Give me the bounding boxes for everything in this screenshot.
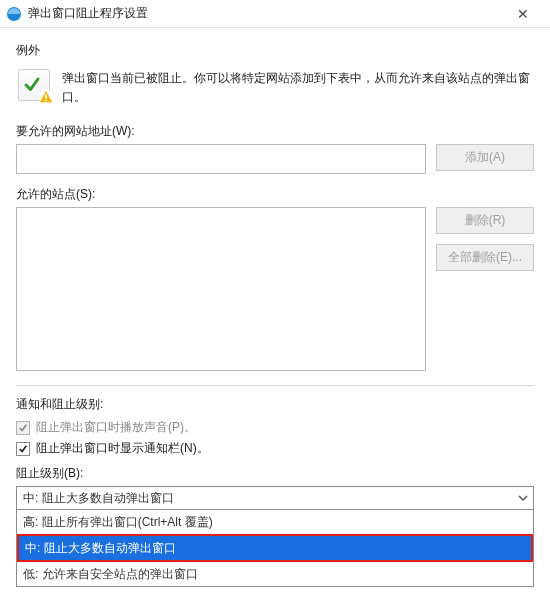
exceptions-icon [18, 69, 50, 101]
address-label: 要允许的网站地址(W): [16, 123, 534, 140]
blocking-level-selected: 中: 阻止大多数自动弹出窗口 [23, 490, 174, 507]
divider [16, 385, 534, 386]
svg-rect-2 [45, 100, 47, 102]
notifications-heading: 通知和阻止级别: [16, 396, 534, 413]
allowed-sites-list[interactable] [16, 207, 426, 371]
option-medium[interactable]: 中: 阻止大多数自动弹出窗口 [19, 536, 531, 560]
exceptions-box: 弹出窗口当前已被阻止。你可以将特定网站添加到下表中，从而允许来自该站点的弹出窗口… [16, 65, 534, 117]
chevron-down-icon [517, 492, 529, 504]
option-high[interactable]: 高: 阻止所有弹出窗口(Ctrl+Alt 覆盖) [17, 510, 533, 534]
dialog-content: 例外 弹出窗口当前已被阻止。你可以将特定网站添加到下表中，从而允许来自该站点的弹… [0, 28, 550, 587]
show-bar-row: 阻止弹出窗口时显示通知栏(N)。 [16, 440, 534, 457]
close-button[interactable]: ✕ [502, 6, 544, 22]
blocking-level-options: 高: 阻止所有弹出窗口(Ctrl+Alt 覆盖) 中: 阻止大多数自动弹出窗口 … [16, 510, 534, 587]
allowed-sites-label: 允许的站点(S): [16, 186, 534, 203]
svg-rect-1 [45, 94, 47, 98]
option-low[interactable]: 低: 允许来自安全站点的弹出窗口 [17, 562, 533, 586]
blocking-level-dropdown[interactable]: 中: 阻止大多数自动弹出窗口 [16, 486, 534, 510]
app-icon [6, 6, 22, 22]
exceptions-heading: 例外 [16, 42, 534, 59]
exceptions-description: 弹出窗口当前已被阻止。你可以将特定网站添加到下表中，从而允许来自该站点的弹出窗口… [62, 69, 532, 107]
play-sound-row: 阻止弹出窗口时播放声音(P)。 [16, 419, 534, 436]
show-bar-label: 阻止弹出窗口时显示通知栏(N)。 [36, 440, 209, 457]
play-sound-label: 阻止弹出窗口时播放声音(P)。 [36, 419, 196, 436]
remove-all-button[interactable]: 全部删除(E)... [436, 244, 534, 271]
remove-button[interactable]: 删除(R) [436, 207, 534, 234]
titlebar: 弹出窗口阻止程序设置 ✕ [0, 0, 550, 28]
show-bar-checkbox[interactable] [16, 442, 30, 456]
highlight-box: 中: 阻止大多数自动弹出窗口 [17, 534, 533, 562]
dialog-title: 弹出窗口阻止程序设置 [28, 5, 502, 22]
blocking-level-label: 阻止级别(B): [16, 465, 534, 482]
address-input[interactable] [16, 144, 426, 174]
add-button[interactable]: 添加(A) [436, 144, 534, 171]
play-sound-checkbox[interactable] [16, 421, 30, 435]
